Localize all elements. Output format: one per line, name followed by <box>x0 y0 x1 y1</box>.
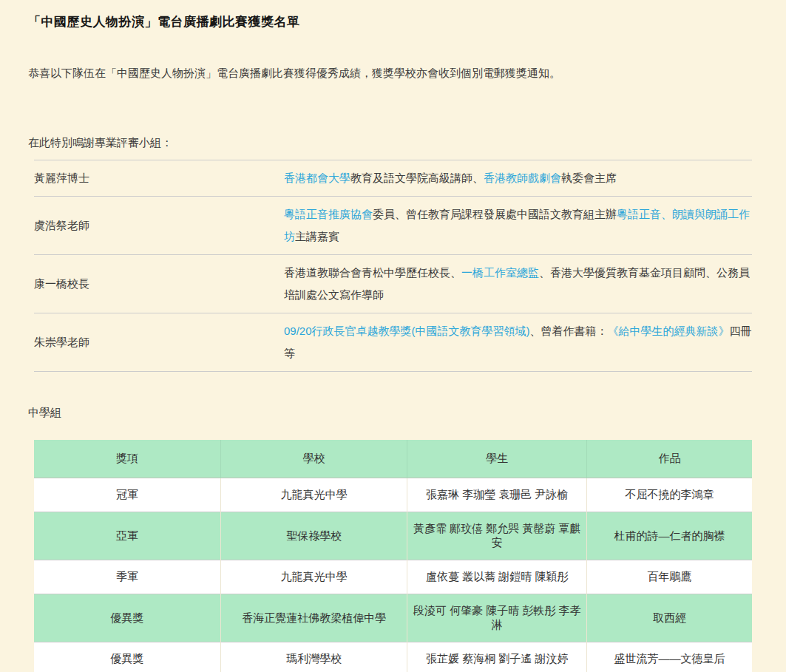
work-cell: 不屈不撓的李鴻章 <box>587 478 752 512</box>
awards-row: 優異獎 香海正覺蓮社佛教梁植偉中學 段淩可 何肇豪 陳子晴 彭軼彤 李孝淋 取西… <box>34 594 752 642</box>
judge-text: 香港道教聯合會青松中學歷任校長、 <box>284 266 461 279</box>
awards-row: 亞軍 聖保祿學校 黃彥霏 鄺玟僖 鄭允巺 黃罄蔚 覃麒安 杜甫的詩—仁者的胸襟 <box>34 512 752 560</box>
school-cell: 香海正覺蓮社佛教梁植偉中學 <box>220 594 407 642</box>
award-cell: 冠軍 <box>34 478 220 512</box>
judge-link[interactable]: 一橋工作室總監 <box>461 266 539 279</box>
judge-description: 09/20行政長官卓越教學獎(中國語文教育學習領域)、曾着作書籍：《給中學生的經… <box>284 313 752 372</box>
judge-row: 黃麗萍博士 香港都會大學教育及語文學院高級講師、香港教師戲劇會執委會主席 <box>34 160 752 197</box>
work-cell: 百年鵰鷹 <box>587 560 752 594</box>
judge-name: 朱崇學老師 <box>34 313 284 372</box>
students-cell: 張嘉琳 李珈瑩 袁珊邑 尹詠榆 <box>407 478 587 512</box>
school-cell: 聖保祿學校 <box>220 512 407 560</box>
work-cell: 取西經 <box>587 594 752 642</box>
judge-description: 粵語正音推廣協會委員、曾任教育局課程發展處中國語文教育組主辦粵語正音、朗讀與朗誦… <box>284 197 752 255</box>
judge-text: 主講嘉賓 <box>295 230 339 242</box>
judges-heading: 在此特別鳴謝專業評審小組： <box>28 135 758 151</box>
judge-description: 香港都會大學教育及語文學院高級講師、香港教師戲劇會執委會主席 <box>284 160 752 197</box>
students-cell: 黃彥霏 鄺玟僖 鄭允巺 黃罄蔚 覃麒安 <box>407 512 587 560</box>
judges-table: 黃麗萍博士 香港都會大學教育及語文學院高級講師、香港教師戲劇會執委會主席 虞浩祭… <box>34 160 752 372</box>
judge-link[interactable]: 香港教師戲劇會 <box>484 172 561 184</box>
judge-link[interactable]: 粵語正音推廣協會 <box>284 208 373 220</box>
judge-link[interactable]: 香港都會大學 <box>284 172 350 184</box>
judge-link[interactable]: 《給中學生的經典新談》 <box>608 325 730 337</box>
header-work: 作品 <box>587 440 752 478</box>
award-cell: 優異獎 <box>34 642 220 672</box>
award-cell: 季軍 <box>34 560 220 594</box>
judge-text: 執委會主席 <box>561 172 617 184</box>
awards-row: 優異獎 瑪利灣學校 張芷媛 蔡海桐 劉子遙 謝汶婷 盛世流芳——文德皇后 <box>34 642 752 672</box>
award-cell: 亞軍 <box>34 512 220 560</box>
school-cell: 瑪利灣學校 <box>220 642 407 672</box>
judge-text: 、曾着作書籍： <box>530 325 608 337</box>
work-cell: 盛世流芳——文德皇后 <box>587 642 752 672</box>
students-cell: 盧依蔓 叢以蕎 謝鎧晴 陳穎彤 <box>407 560 587 594</box>
judge-row: 朱崇學老師 09/20行政長官卓越教學獎(中國語文教育學習領域)、曾着作書籍：《… <box>34 313 752 372</box>
students-cell: 段淩可 何肇豪 陳子晴 彭軼彤 李孝淋 <box>407 594 587 642</box>
group-heading: 中學組 <box>28 404 758 421</box>
header-school: 學校 <box>220 440 407 478</box>
students-cell: 張芷媛 蔡海桐 劉子遙 謝汶婷 <box>407 642 587 672</box>
judge-row: 康一橋校長 香港道教聯合會青松中學歷任校長、一橋工作室總監、香港大學優質教育基金… <box>34 255 752 313</box>
award-cell: 優異獎 <box>34 594 220 642</box>
awards-row: 季軍 九龍真光中學 盧依蔓 叢以蕎 謝鎧晴 陳穎彤 百年鵰鷹 <box>34 560 752 594</box>
judge-link[interactable]: 09/20行政長官卓越教學獎(中國語文教育學習領域) <box>284 325 530 337</box>
awards-table: 獎項 學校 學生 作品 冠軍 九龍真光中學 張嘉琳 李珈瑩 袁珊邑 尹詠榆 不屈… <box>34 440 752 672</box>
header-students: 學生 <box>407 440 587 478</box>
work-cell: 杜甫的詩—仁者的胸襟 <box>587 512 752 560</box>
awards-header-row: 獎項 學校 學生 作品 <box>34 440 752 478</box>
awards-row: 冠軍 九龍真光中學 張嘉琳 李珈瑩 袁珊邑 尹詠榆 不屈不撓的李鴻章 <box>34 478 752 512</box>
content-area: 「中國歷史人物扮演」電台廣播劇比賽獲獎名單 恭喜以下隊伍在「中國歷史人物扮演」電… <box>0 0 786 672</box>
page-title: 「中國歷史人物扮演」電台廣播劇比賽獲獎名單 <box>28 13 758 31</box>
judge-name: 虞浩祭老師 <box>34 197 284 255</box>
judge-text: 教育及語文學院高級講師、 <box>350 172 484 184</box>
school-cell: 九龍真光中學 <box>220 560 407 594</box>
header-award: 獎項 <box>34 440 220 478</box>
judge-text: 委員、曾任教育局課程發展處中國語文教育組主辦 <box>373 208 617 220</box>
intro-text: 恭喜以下隊伍在「中國歷史人物扮演」電台廣播劇比賽獲得優秀成績，獲獎學校亦會收到個… <box>28 65 758 81</box>
judge-name: 康一橋校長 <box>34 255 284 313</box>
judge-name: 黃麗萍博士 <box>34 160 284 197</box>
judge-description: 香港道教聯合會青松中學歷任校長、一橋工作室總監、香港大學優質教育基金項目顧問、公… <box>284 255 752 313</box>
judge-row: 虞浩祭老師 粵語正音推廣協會委員、曾任教育局課程發展處中國語文教育組主辦粵語正音… <box>34 197 752 255</box>
school-cell: 九龍真光中學 <box>220 478 407 512</box>
page-background: { "page": { "title": "「中國歷史人物扮演」電台廣播劇比賽獲… <box>0 0 786 672</box>
